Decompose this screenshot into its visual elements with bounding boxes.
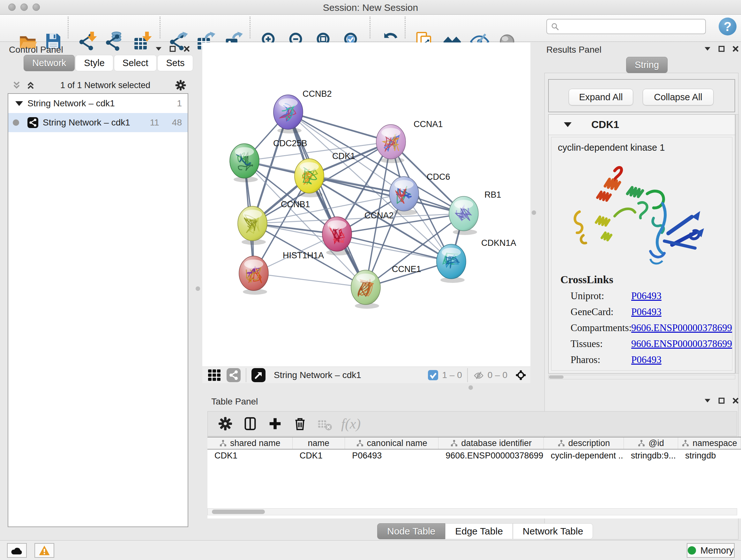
results-entry-header[interactable]: CDK1 <box>549 115 735 135</box>
selected-counts: 1 – 0 <box>442 370 462 380</box>
tab-string[interactable]: String <box>626 57 668 73</box>
tab-sets[interactable]: Sets <box>157 55 193 71</box>
results-entry-detail: cyclin-dependent kinase 1 <box>551 137 732 371</box>
panel-float-icon[interactable] <box>718 45 725 52</box>
results-horizontal-scrollbar[interactable] <box>548 375 735 379</box>
tab-network-table[interactable]: Network Table <box>513 523 593 539</box>
column-header-database-identifier[interactable]: database identifier <box>439 437 544 449</box>
crosslink-value-link[interactable]: P06493 <box>631 306 662 318</box>
tab-select[interactable]: Select <box>114 55 157 71</box>
column-header-namespace[interactable]: namespace <box>678 437 741 449</box>
panel-menu-icon[interactable] <box>704 45 711 52</box>
help-icon[interactable]: ? <box>719 17 737 36</box>
open-in-window-icon[interactable] <box>252 368 266 382</box>
status-bar: Memory <box>0 540 741 560</box>
separator <box>246 368 246 382</box>
node-label: CDC25B <box>273 138 307 148</box>
toolbar-separator <box>159 17 160 38</box>
panel-menu-icon[interactable] <box>704 397 711 404</box>
collapse-all-button[interactable]: Collapse All <box>643 89 714 105</box>
warning-status-button[interactable] <box>35 543 54 558</box>
network-node-rb1[interactable]: RB1 <box>449 190 501 235</box>
network-share-icon[interactable] <box>226 368 241 382</box>
network-view-title: String Network – cdk1 <box>274 370 422 380</box>
right-splitter-handle[interactable] <box>532 210 536 215</box>
node-label: CDC6 <box>427 172 450 182</box>
collapse-triangle-icon[interactable] <box>564 122 571 127</box>
network-node-ccne1[interactable]: CCNE1 <box>351 264 421 309</box>
create-column-plus-icon[interactable] <box>268 416 282 431</box>
selected-checkbox-icon[interactable] <box>428 370 438 380</box>
table-cell: stringdb:9... <box>624 449 678 462</box>
show-columns-icon[interactable] <box>243 416 258 431</box>
network-options-gear-icon[interactable] <box>175 79 186 91</box>
tab-edge-table[interactable]: Edge Table <box>445 523 513 539</box>
collapse-triangle-icon[interactable] <box>15 101 23 106</box>
cloud-status-button[interactable] <box>7 543 27 558</box>
table-settings-gear-icon[interactable] <box>218 416 232 431</box>
column-header--id[interactable]: @id <box>624 437 678 449</box>
network-node-cdkn1a[interactable]: CDKN1A <box>436 238 516 283</box>
table-toolbar: f(x) <box>207 411 737 436</box>
table-panel-header-icons <box>704 397 739 404</box>
node-table: shared namenamecanonical namedatabase id… <box>207 437 741 518</box>
collapse-all-networks-icon[interactable] <box>11 80 22 90</box>
panel-close-icon[interactable] <box>732 45 739 52</box>
search-icon <box>551 22 559 30</box>
hidden-eye-slash-icon[interactable] <box>474 370 484 380</box>
control-panel-header-icons <box>155 45 190 52</box>
network-collection-row[interactable]: String Network – cdk1 1 <box>8 94 188 113</box>
network-edge[interactable] <box>337 234 451 261</box>
birds-eye-view-icon[interactable] <box>207 368 221 382</box>
results-buttons-box: Expand All Collapse All <box>548 79 735 112</box>
delete-table-icon[interactable] <box>318 417 330 430</box>
function-builder-icon: f(x) <box>341 416 360 432</box>
table-row[interactable]: CDK1CDK1P064939606.ENSP00000378699cyclin… <box>207 449 741 462</box>
panel-menu-icon[interactable] <box>155 45 162 52</box>
fit-selected-crosshair-icon[interactable] <box>516 370 526 380</box>
delete-column-trash-icon[interactable] <box>293 416 307 431</box>
network-edge[interactable] <box>288 112 391 142</box>
network-canvas[interactable]: CCNB2CCNA1CDC25BCDK1CDC6RB1CCNB1CCNA2CDK… <box>202 43 530 367</box>
memory-button[interactable]: Memory <box>687 543 735 558</box>
column-header-description[interactable]: description <box>544 437 624 449</box>
expand-all-networks-icon[interactable] <box>25 80 36 90</box>
crosslink-value-link[interactable]: 9606.ENSP00000378699 <box>631 338 732 350</box>
results-vertical-scrollbar[interactable] <box>735 114 739 374</box>
search-input[interactable] <box>562 21 701 32</box>
node-label: CCNE1 <box>392 264 421 274</box>
column-header-shared-name[interactable]: shared name <box>207 437 293 449</box>
network-node-ccnb2[interactable]: CCNB2 <box>273 89 332 133</box>
table-horizontal-scrollbar[interactable] <box>207 508 737 515</box>
network-row-selected[interactable]: String Network – cdk1 11 48 <box>8 113 188 132</box>
network-edge[interactable] <box>254 273 366 287</box>
crosslink-label: Compartments: <box>570 322 631 334</box>
network-node-ccna1[interactable]: CCNA1 <box>376 119 443 163</box>
node-label: CCNB1 <box>281 199 310 209</box>
panel-close-icon[interactable] <box>183 45 190 52</box>
column-header-canonical-name[interactable]: canonical name <box>345 437 439 449</box>
table-cell: 9606.ENSP00000378699 <box>439 449 544 462</box>
panel-float-icon[interactable] <box>169 45 176 52</box>
crosslink-row: GeneCard:P06493 <box>570 306 732 318</box>
tab-style[interactable]: Style <box>75 55 113 71</box>
network-node-hist1h1a[interactable]: HIST1H1A <box>239 251 324 295</box>
results-panel-header-icons <box>704 45 739 52</box>
panel-close-icon[interactable] <box>732 397 739 404</box>
crosslink-value-link[interactable]: P06493 <box>631 354 662 366</box>
tab-network[interactable]: Network <box>23 55 75 71</box>
panel-float-icon[interactable] <box>718 397 725 404</box>
node-label: CCNA1 <box>414 119 443 129</box>
expand-all-button[interactable]: Expand All <box>569 89 633 105</box>
left-splitter-handle[interactable] <box>196 287 200 291</box>
import-network-file-icon[interactable] <box>78 31 98 51</box>
search-box[interactable] <box>546 19 706 34</box>
column-header-name[interactable]: name <box>293 437 345 449</box>
tab-node-table[interactable]: Node Table <box>377 523 445 539</box>
network-collection-label: String Network – cdk1 <box>27 98 115 109</box>
bottom-splitter-handle[interactable] <box>468 385 473 390</box>
crosslink-value-link[interactable]: 9606.ENSP00000378699 <box>631 322 732 334</box>
import-network-database-icon[interactable] <box>105 31 125 51</box>
import-table-icon[interactable] <box>133 31 152 51</box>
crosslink-value-link[interactable]: P06493 <box>631 290 662 302</box>
